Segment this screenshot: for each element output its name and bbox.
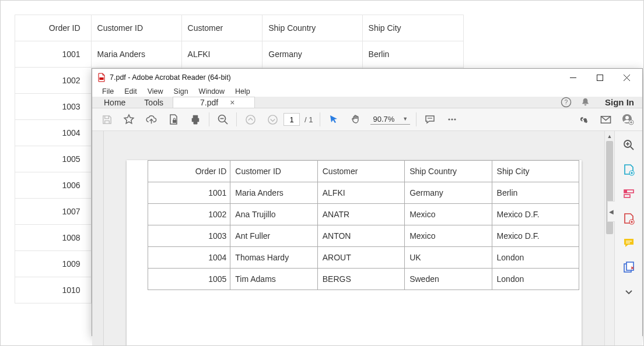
cell: Mexico D.F.: [492, 204, 579, 225]
cell: UK: [405, 247, 492, 269]
menu-help[interactable]: Help: [230, 86, 256, 97]
nav-pane-toggle[interactable]: ▶: [92, 131, 104, 346]
zoom-out-icon[interactable]: [212, 108, 234, 130]
email-icon[interactable]: [594, 108, 617, 130]
cell: Ant Fuller: [230, 225, 317, 247]
tab-document[interactable]: 7.pdf ×: [173, 97, 255, 108]
svg-text:?: ?: [565, 99, 568, 105]
next-page-icon[interactable]: [261, 108, 284, 130]
cell: Germany: [405, 182, 492, 204]
cell: Germany: [262, 41, 362, 68]
create-pdf-icon[interactable]: [621, 161, 637, 178]
cell: Thomas Hardy: [230, 247, 317, 269]
lock-document-icon[interactable]: [162, 108, 184, 130]
cell: 1002: [15, 68, 92, 94]
zoom-dropdown[interactable]: 90.7% ▼: [370, 115, 410, 125]
pdf-data-table: Order ID Customer ID Customer Ship Count…: [148, 160, 579, 290]
cell: Ana Trujillo: [230, 204, 317, 225]
cell: BERGS: [317, 269, 404, 290]
menu-file[interactable]: File: [97, 86, 119, 97]
svg-rect-7: [173, 120, 176, 123]
svg-rect-31: [624, 195, 630, 197]
minimize-button[interactable]: [559, 69, 586, 86]
cell: 1008: [15, 225, 92, 251]
pdf-col-ship-city: Ship City: [492, 161, 579, 182]
more-tools-icon[interactable]: [441, 108, 463, 130]
chevron-down-icon[interactable]: [621, 284, 637, 300]
cell: 1003: [15, 94, 92, 120]
star-icon[interactable]: [118, 108, 140, 130]
maximize-button[interactable]: [586, 69, 613, 86]
link-cloud-icon[interactable]: [572, 108, 594, 130]
sign-in-link[interactable]: Sign In: [597, 97, 642, 108]
comment-icon[interactable]: [419, 108, 441, 130]
organize-pages-icon[interactable]: [621, 259, 637, 276]
pdf-col-customer: Customer: [317, 161, 404, 182]
menubar: File Edit View Sign Window Help: [92, 86, 642, 97]
vertical-scrollbar[interactable]: ▲ ▼: [604, 131, 614, 346]
cell: Sweden: [405, 269, 492, 290]
cell: 1010: [15, 277, 92, 303]
menu-window[interactable]: Window: [194, 86, 230, 97]
export-pdf-icon[interactable]: [621, 210, 637, 227]
cloud-upload-icon[interactable]: [140, 108, 162, 130]
svg-rect-32: [624, 190, 627, 193]
scroll-up-icon[interactable]: ▲: [605, 131, 614, 141]
col-customer-id: Customer ID: [91, 15, 181, 41]
table-row: 1002Ana TrujilloANATRMexicoMexico D.F.: [148, 204, 579, 225]
cell: ALFKI: [181, 41, 262, 68]
cell: 1007: [15, 199, 92, 225]
svg-rect-2: [597, 75, 603, 80]
page-total-label: / 1: [300, 115, 317, 124]
prev-page-icon[interactable]: [239, 108, 261, 130]
menu-edit[interactable]: Edit: [119, 86, 142, 97]
zoom-value: 90.7%: [373, 115, 394, 123]
edit-pdf-icon[interactable]: [621, 186, 637, 202]
close-button[interactable]: [613, 69, 640, 86]
search-zoom-icon[interactable]: [621, 137, 637, 153]
window-title: 7.pdf - Adobe Acrobat Reader (64-bit): [110, 73, 559, 82]
table-row: 1004Thomas HardyAROUTUKLondon: [148, 247, 579, 269]
col-customer: Customer: [181, 15, 262, 41]
cell: Mexico: [405, 204, 492, 225]
document-area: ▶ Order ID Customer ID Customer Ship Cou…: [92, 131, 642, 346]
cell: Berlin: [492, 182, 579, 204]
pdf-col-order-id: Order ID: [148, 161, 230, 182]
table-row: 1001Maria AndersALFKIGermanyBerlin: [148, 182, 579, 204]
acrobat-reader-window: 7.pdf - Adobe Acrobat Reader (64-bit) Fi…: [92, 68, 643, 336]
bell-icon[interactable]: [580, 97, 591, 108]
tab-tools[interactable]: Tools: [135, 97, 173, 108]
cell: AROUT: [317, 247, 404, 269]
profile-icon[interactable]: [617, 108, 639, 130]
pdf-app-icon: [97, 73, 106, 82]
table-row: 1003Ant FullerANTONMexicoMexico D.F.: [148, 225, 579, 247]
menu-sign[interactable]: Sign: [169, 86, 194, 97]
rail-collapse-toggle[interactable]: ◀: [607, 201, 615, 222]
svg-point-19: [625, 116, 629, 119]
comment-tool-icon[interactable]: [621, 235, 637, 251]
hand-tool-icon[interactable]: [345, 108, 367, 130]
print-icon[interactable]: [184, 108, 206, 130]
cell: 1005: [15, 146, 92, 172]
save-icon[interactable]: [96, 108, 118, 130]
cell: 1009: [15, 251, 92, 277]
col-ship-city: Ship City: [362, 15, 463, 41]
svg-line-24: [631, 147, 634, 150]
cell: ANATR: [317, 204, 404, 225]
help-icon[interactable]: ?: [561, 97, 572, 108]
caret-down-icon: ▼: [402, 116, 408, 122]
cell: Tim Adams: [230, 269, 317, 290]
col-order-id: Order ID: [15, 15, 92, 41]
menu-view[interactable]: View: [142, 86, 169, 97]
cell: 1006: [15, 172, 92, 199]
cell: 1003: [148, 225, 230, 247]
table-row[interactable]: 1001Maria AndersALFKIGermanyBerlin: [15, 41, 464, 68]
tab-home[interactable]: Home: [94, 97, 135, 108]
titlebar: 7.pdf - Adobe Acrobat Reader (64-bit): [92, 69, 642, 86]
cell: Berlin: [362, 41, 463, 68]
close-tab-button[interactable]: ×: [230, 98, 235, 107]
select-tool-icon[interactable]: [323, 108, 345, 130]
document-viewport[interactable]: Order ID Customer ID Customer Ship Count…: [104, 131, 604, 346]
pdf-col-customer-id: Customer ID: [230, 161, 317, 182]
page-number-input[interactable]: [284, 113, 300, 126]
